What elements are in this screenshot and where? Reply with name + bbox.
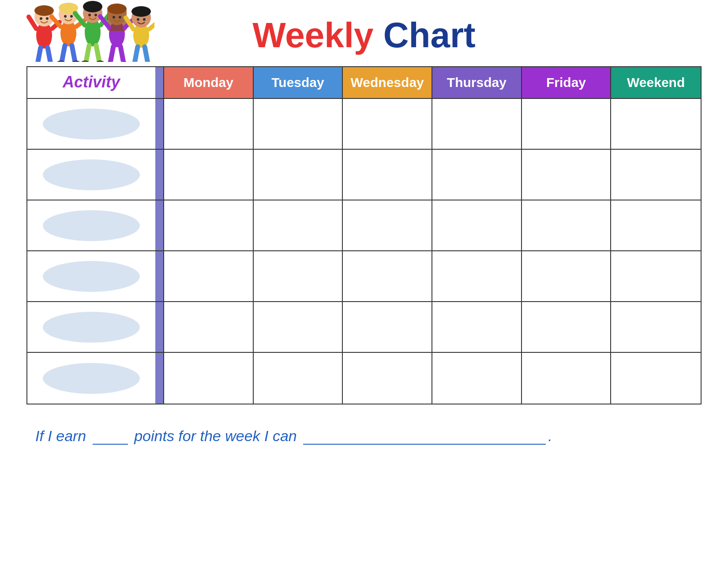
weekend-cell	[611, 150, 701, 200]
monday-cell	[164, 302, 254, 352]
thursday-cell	[432, 302, 522, 352]
divider-cell	[155, 251, 164, 301]
svg-line-51	[145, 47, 148, 62]
monday-cell	[164, 353, 254, 404]
monday-cell	[164, 200, 254, 250]
tuesday-cell	[254, 200, 343, 250]
tuesday-header: Tuesday	[254, 67, 343, 98]
activity-header: Activity	[27, 67, 155, 98]
activity-cell	[27, 353, 155, 404]
svg-point-31	[88, 14, 91, 16]
wednesday-header: Wednesday	[343, 67, 432, 98]
title-weekly: Weekly	[252, 15, 373, 55]
table-row	[27, 200, 701, 251]
svg-line-27	[86, 45, 89, 62]
svg-point-24	[83, 1, 102, 12]
svg-line-5	[38, 48, 41, 62]
kids-illustration	[26, 0, 154, 62]
title-text: Weekly Chart	[252, 18, 475, 57]
tuesday-cell	[254, 353, 343, 404]
data-rows	[27, 99, 701, 404]
weekend-header: Weekend	[611, 67, 701, 98]
tuesday-cell	[254, 99, 343, 149]
footer-text-before: If I earn	[35, 427, 86, 444]
svg-point-55	[143, 18, 146, 21]
wednesday-cell	[343, 99, 432, 149]
table-row	[27, 353, 701, 404]
footer-blank-points	[93, 427, 128, 445]
activity-oval	[43, 109, 140, 140]
svg-line-49	[149, 23, 154, 29]
weekend-cell	[611, 99, 701, 149]
activity-cell	[27, 302, 155, 352]
footer-text: If I earn points for the week I can .	[26, 427, 702, 445]
activity-cell	[27, 251, 155, 301]
table-row	[27, 302, 701, 353]
thursday-cell	[432, 251, 522, 301]
svg-point-10	[46, 17, 49, 20]
friday-cell	[522, 99, 612, 149]
wednesday-cell	[343, 251, 432, 301]
friday-cell	[522, 353, 612, 404]
activity-oval	[43, 210, 140, 241]
monday-cell	[164, 99, 254, 149]
svg-line-28	[96, 45, 99, 62]
wednesday-cell	[343, 200, 432, 250]
header-row: Activity Monday Tuesday Wednesday Thursd…	[27, 67, 701, 99]
svg-point-43	[113, 16, 115, 19]
weekend-cell	[611, 200, 701, 250]
friday-header: Friday	[522, 67, 612, 98]
weekend-cell	[611, 251, 701, 301]
svg-line-40	[120, 46, 124, 62]
footer-blank-reward	[303, 427, 546, 445]
activity-label: Activity	[63, 73, 120, 94]
divider-cell	[155, 353, 164, 404]
thursday-cell	[432, 99, 522, 149]
table-row	[27, 150, 701, 200]
tuesday-cell	[254, 302, 343, 352]
svg-point-32	[94, 14, 97, 16]
svg-point-21	[70, 15, 73, 18]
tuesday-cell	[254, 251, 343, 301]
thursday-cell	[432, 150, 522, 200]
thursday-cell	[432, 200, 522, 250]
monday-cell	[164, 150, 254, 200]
thursday-cell	[432, 353, 522, 404]
friday-cell	[522, 200, 612, 250]
wednesday-cell	[343, 302, 432, 352]
title-chart: Chart	[383, 15, 476, 55]
friday-cell	[522, 150, 612, 200]
svg-point-47	[131, 6, 151, 17]
footer-text-middle: points for the week I can	[134, 427, 297, 444]
thursday-header: Thursday	[432, 67, 522, 98]
activity-oval	[43, 261, 140, 292]
table-row	[27, 251, 701, 302]
activity-oval	[43, 363, 140, 394]
svg-line-39	[110, 46, 113, 62]
svg-point-9	[40, 17, 42, 20]
svg-point-44	[119, 16, 121, 19]
divider-cell	[155, 200, 164, 250]
svg-line-6	[48, 48, 51, 62]
svg-point-54	[137, 18, 139, 21]
friday-cell	[522, 251, 612, 301]
weekly-chart: Activity Monday Tuesday Wednesday Thursd…	[26, 66, 702, 404]
wednesday-cell	[343, 353, 432, 404]
weekend-cell	[611, 353, 701, 404]
divider-cell	[155, 99, 164, 149]
activity-cell	[27, 150, 155, 200]
svg-line-50	[135, 47, 138, 62]
svg-line-16	[62, 45, 65, 62]
title-area: Weekly Chart	[26, 18, 702, 62]
activity-oval	[43, 312, 140, 343]
monday-cell	[164, 251, 254, 301]
activity-cell	[27, 200, 155, 250]
svg-point-36	[107, 4, 127, 14]
column-divider	[155, 67, 164, 98]
monday-header: Monday	[164, 67, 254, 98]
activity-oval	[43, 159, 140, 190]
svg-line-17	[72, 45, 75, 62]
page: Weekly Chart Activity Monday Tuesday Wed…	[0, 0, 728, 563]
friday-cell	[522, 302, 612, 352]
wednesday-cell	[343, 150, 432, 200]
